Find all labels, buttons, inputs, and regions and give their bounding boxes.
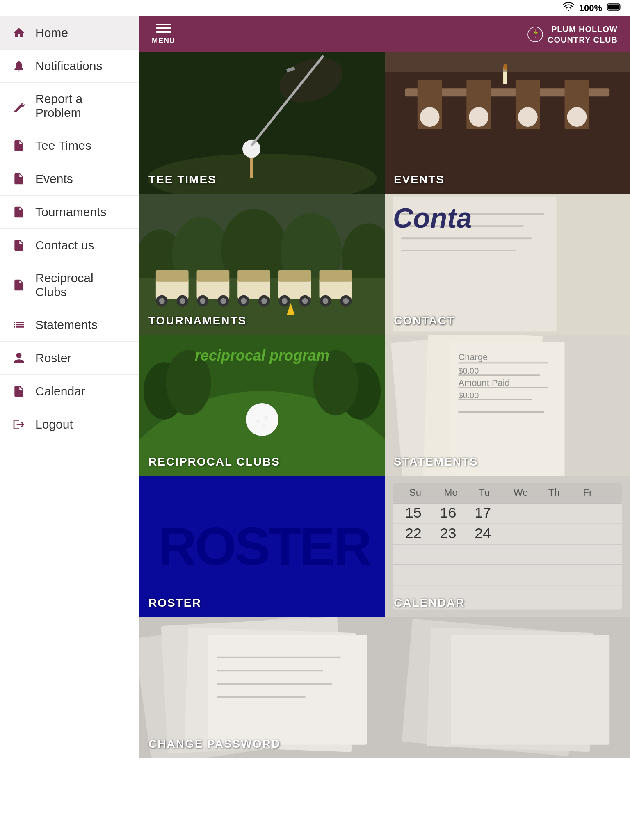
tile-label-calendar: CALENDAR [394,596,465,609]
svg-text:We: We [514,487,528,498]
svg-text:Fr: Fr [583,487,592,498]
svg-rect-48 [237,270,270,282]
club-logo: ⛳ ♦ PLUM HOLLOW COUNTRY CLUB [527,24,618,45]
svg-rect-90 [458,411,544,413]
battery-percent: 100% [579,3,602,14]
app-layout: Home Notifications Report a Problem Tee … [0,16,630,758]
svg-text:22: 22 [405,525,422,541]
svg-text:24: 24 [475,525,491,541]
tile-events[interactable]: EVENTS [385,52,630,194]
menu-button[interactable]: MENU [152,24,175,45]
sidebar-label-statements: Statements [35,318,98,332]
svg-rect-2 [620,5,621,9]
svg-rect-42 [197,270,230,282]
svg-text:$0.00: $0.00 [458,366,479,375]
svg-text:23: 23 [440,525,457,541]
logout-icon [11,417,26,432]
sidebar-item-reciprocal-clubs[interactable]: Reciprocal Clubs [0,262,139,308]
sidebar-label-reciprocal-clubs: Reciprocal Clubs [35,271,128,299]
svg-point-56 [282,298,288,304]
bottom-area [0,758,630,840]
tile-tournaments[interactable]: TOURNAMENTS [139,194,385,335]
reciprocal-doc-icon [11,278,26,292]
svg-point-50 [241,298,247,304]
svg-point-64 [343,298,349,304]
menu-label: MENU [152,37,175,45]
events-doc-icon [11,171,26,186]
tile-label-change-password: CHANGE PASSWORD [148,737,281,751]
sidebar-item-notifications[interactable]: Notifications [0,50,139,83]
sidebar-label-notifications: Notifications [35,59,102,73]
svg-text:Tu: Tu [479,487,490,498]
svg-text:Charge: Charge [458,352,488,362]
sidebar-label-tee-times: Tee Times [35,139,91,153]
tile-label-roster: ROSTER [148,596,201,609]
tile-label-events: EVENTS [394,173,445,186]
svg-rect-71 [401,250,516,251]
calendar-doc-icon [11,384,26,399]
svg-point-52 [261,298,267,304]
tile-reciprocal-clubs[interactable]: reciprocal program RECIPROCAL CLUBS [139,335,385,476]
sidebar-item-contact-us[interactable]: Contact us [0,229,139,262]
svg-rect-120 [208,635,367,745]
tile-change-password[interactable]: CHANGE PASSWORD [139,617,630,758]
tile-label-statements: STATEMENTS [394,455,478,468]
sidebar-label-calendar: Calendar [35,384,85,398]
sidebar-item-tournaments[interactable]: Tournaments [0,196,139,229]
svg-text:17: 17 [475,504,491,521]
svg-text:$0.00: $0.00 [458,391,479,400]
sidebar-item-logout[interactable]: Logout [0,408,139,441]
svg-rect-70 [401,237,532,239]
svg-point-38 [159,298,165,304]
tiles-grid: TEE TIMES [139,52,630,758]
sidebar-item-events[interactable]: Events [0,162,139,196]
svg-text:Th: Th [548,487,560,498]
roster-overlay-text: ROSTER [139,476,385,617]
wifi-icon [563,2,574,14]
svg-point-44 [200,298,206,304]
tile-label-contact: CONTACT [394,314,455,327]
statements-list-icon [11,317,26,332]
sidebar-item-statements[interactable]: Statements [0,308,139,342]
svg-text:Mo: Mo [444,487,458,498]
sidebar-item-tee-times[interactable]: Tee Times [0,129,139,162]
reciprocal-overlay-text: reciprocal program [139,347,385,364]
svg-rect-1 [608,5,619,10]
svg-text:15: 15 [405,504,422,521]
svg-point-10 [242,140,260,158]
svg-rect-122 [217,670,323,671]
sidebar-item-calendar[interactable]: Calendar [0,375,139,408]
sidebar-item-report-problem[interactable]: Report a Problem [0,83,139,129]
svg-point-74 [246,403,278,436]
svg-point-58 [302,298,308,304]
sidebar-item-home[interactable]: Home [0,16,139,50]
tile-calendar[interactable]: Su Mo Tu We Th Fr 15 16 17 [385,476,630,617]
tile-contact[interactable]: Conta CONTACT [385,194,630,335]
wrench-icon [11,98,26,113]
svg-rect-26 [385,52,630,72]
tile-statements[interactable]: Charge $0.00 Amount Paid $0.00 STATEMENT… [385,335,630,476]
sidebar-item-roster[interactable]: Roster [0,342,139,375]
svg-rect-86 [458,362,548,363]
svg-rect-124 [217,696,306,698]
svg-point-40 [180,298,185,304]
svg-text:♦: ♦ [535,36,536,38]
menu-bar-3 [156,31,171,33]
tile-tee-times[interactable]: TEE TIMES [139,52,385,194]
bell-icon [11,59,26,73]
tile-label-reciprocal-clubs: RECIPROCAL CLUBS [148,455,280,468]
svg-point-75 [264,415,268,420]
svg-text:⛳: ⛳ [533,29,538,34]
top-bar: MENU ⛳ ♦ PLUM HOLLOW COUNTRY CLUB [139,16,630,52]
sidebar: Home Notifications Report a Problem Tee … [0,16,139,758]
svg-rect-36 [156,270,189,282]
sidebar-label-events: Events [35,172,73,186]
sidebar-label-report-problem: Report a Problem [35,92,128,120]
club-logo-icon: ⛳ ♦ [527,26,543,43]
svg-rect-60 [320,270,352,282]
svg-point-77 [262,424,266,427]
battery-icon [607,3,622,14]
main-content: MENU ⛳ ♦ PLUM HOLLOW COUNTRY CLUB [139,16,630,758]
tile-roster[interactable]: ROSTER ROSTER [139,476,385,617]
contact-doc-icon [11,238,26,253]
